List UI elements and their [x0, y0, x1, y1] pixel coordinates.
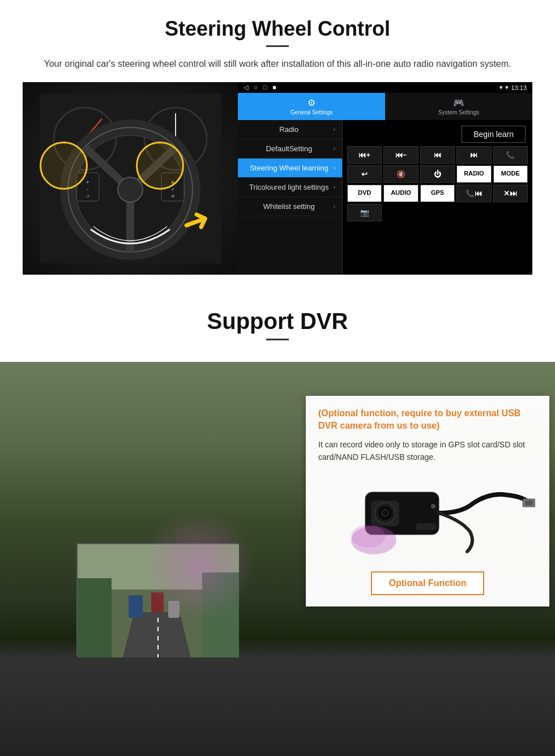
menu-item-radio[interactable]: Radio ›	[238, 120, 342, 139]
steering-content: + - ↺ ≡ ✓ ⊕ ➜	[23, 82, 532, 275]
chevron-right-icon-2: ›	[334, 146, 335, 152]
dvr-info-card: (Optional function, require to buy exter…	[306, 396, 549, 606]
ctrl-next[interactable]: ⏭	[456, 146, 491, 164]
android-menu: Radio › DefaultSetting › Steering Wheel …	[238, 120, 343, 275]
dvr-section: Support DVR	[0, 292, 555, 756]
screenshot-icon[interactable]: ■	[272, 84, 276, 91]
dvr-description: It can record video only to storage in G…	[318, 438, 537, 464]
steering-section: Steering Wheel Control Your original car…	[0, 0, 555, 286]
ctrl-prev[interactable]: ⏮	[420, 146, 455, 164]
ctrl-vol-up[interactable]: ⏮+	[347, 146, 382, 164]
home-icon[interactable]: ○	[254, 84, 258, 91]
ctrl-radio[interactable]: RADIO	[456, 165, 491, 183]
android-statusbar: ◁ ○ □ ■ ▾ ▾ 13:13	[238, 82, 532, 93]
dvr-title: Support DVR	[23, 309, 532, 334]
svg-rect-27	[78, 578, 112, 657]
menu-item-tricoloured[interactable]: Tricoloured light settings ›	[238, 178, 342, 197]
system-icon: 🎮	[453, 97, 464, 108]
svg-text:⊕: ⊕	[171, 194, 175, 199]
control-grid-row4: 📷	[345, 204, 530, 221]
section-description: Your original car's steering wheel contr…	[34, 57, 521, 71]
android-panel: ◁ ○ □ ■ ▾ ▾ 13:13 ⚙ General Settings	[238, 82, 532, 275]
begin-learn-button[interactable]: Begin learn	[462, 126, 526, 143]
ctrl-mute-next[interactable]: ✕⏭	[493, 185, 528, 202]
svg-rect-24	[129, 595, 143, 618]
steering-photo: + - ↺ ≡ ✓ ⊕ ➜	[23, 82, 238, 275]
menu-item-whitelist[interactable]: Whitelist setting ›	[238, 197, 342, 216]
control-grid-row1: ⏮+ ⏮− ⏮ ⏭ 📞	[345, 146, 530, 164]
svg-marker-22	[123, 612, 191, 657]
svg-rect-37	[525, 501, 533, 505]
dvr-camera-image	[318, 472, 537, 563]
control-grid-row2: ↩ 🔇 ⏻ RADIO MODE	[345, 165, 530, 183]
svg-text:↺: ↺	[86, 194, 89, 198]
svg-rect-28	[202, 573, 239, 657]
ctrl-dvd[interactable]: DVD	[347, 185, 382, 202]
chevron-right-icon-3: ›	[334, 165, 335, 171]
android-tabs: ⚙ General Settings 🎮 System Settings	[238, 93, 532, 120]
menu-item-tricoloured-label: Tricoloured light settings	[245, 183, 334, 191]
statusbar-right: ▾ ▾ 13:13	[500, 84, 527, 91]
steering-photo-bg: + - ↺ ≡ ✓ ⊕ ➜	[23, 82, 238, 275]
optional-function-button[interactable]: Optional Function	[371, 571, 485, 595]
statusbar-left: ◁ ○ □ ■	[244, 84, 276, 91]
dvr-inset-preview	[76, 543, 238, 656]
tab-general-settings[interactable]: ⚙ General Settings	[238, 93, 385, 120]
dvr-photo-bg: (Optional function, require to buy exter…	[0, 362, 555, 756]
svg-rect-26	[168, 601, 180, 618]
svg-point-33	[382, 510, 388, 516]
clock: 13:13	[511, 84, 527, 91]
android-body: Radio › DefaultSetting › Steering Wheel …	[238, 120, 532, 275]
ctrl-call-prev[interactable]: 📞⏮	[456, 185, 491, 202]
dvr-preview-svg	[78, 544, 239, 657]
wifi-icon: ▾	[505, 84, 509, 91]
ctrl-mode[interactable]: MODE	[493, 165, 528, 183]
tab-system-label: System Settings	[438, 109, 479, 116]
svg-point-39	[351, 525, 385, 548]
svg-text:✓: ✓	[171, 187, 175, 192]
ctrl-gps[interactable]: GPS	[420, 185, 455, 202]
ctrl-mute[interactable]: 🔇	[383, 165, 418, 183]
tab-general-label: General Settings	[291, 109, 333, 116]
svg-text:-: -	[87, 186, 89, 192]
svg-point-34	[431, 504, 436, 509]
optional-warning-text: (Optional function, require to buy exter…	[318, 407, 537, 433]
chevron-right-icon-5: ›	[334, 203, 335, 210]
ctrl-camera[interactable]: 📷	[347, 204, 382, 221]
ctrl-audio[interactable]: AUDIO	[383, 185, 418, 202]
svg-rect-35	[416, 523, 436, 530]
tab-system-settings[interactable]: 🎮 System Settings	[385, 93, 532, 120]
menu-item-defaultsetting[interactable]: DefaultSetting ›	[238, 139, 342, 159]
highlight-circle-left	[40, 142, 88, 190]
dvr-divider	[266, 339, 289, 340]
back-icon[interactable]: ◁	[244, 84, 248, 91]
begin-learn-row: Begin learn	[345, 122, 530, 146]
menu-item-whitelist-label: Whitelist setting	[245, 202, 334, 211]
chevron-right-icon-4: ›	[334, 184, 335, 190]
recent-icon[interactable]: □	[263, 84, 267, 91]
dvr-camera-svg	[320, 475, 535, 560]
android-right: Begin learn ⏮+ ⏮− ⏮ ⏭ 📞 ↩ 🔇 ⏻	[343, 120, 532, 275]
menu-item-defaultsetting-label: DefaultSetting	[245, 144, 334, 153]
ctrl-hangup[interactable]: ↩	[347, 165, 382, 183]
ctrl-vol-down[interactable]: ⏮−	[383, 146, 418, 164]
ctrl-call[interactable]: 📞	[493, 146, 528, 164]
section-divider	[266, 45, 289, 47]
page-title: Steering Wheel Control	[23, 17, 532, 41]
control-grid-row3: DVD AUDIO GPS 📞⏮ ✕⏭	[345, 185, 530, 202]
svg-rect-25	[151, 592, 164, 612]
menu-item-radio-label: Radio	[245, 125, 334, 134]
signal-icon: ▾	[500, 84, 503, 91]
ctrl-power[interactable]: ⏻	[420, 165, 455, 183]
svg-text:+: +	[86, 180, 89, 185]
svg-point-11	[118, 177, 143, 202]
highlight-circle-right	[136, 142, 184, 190]
menu-item-steering-wheel[interactable]: Steering Wheel learning ›	[238, 159, 342, 178]
chevron-right-icon: ›	[334, 126, 335, 133]
settings-gear-icon: ⚙	[308, 97, 315, 108]
dvr-header: Support DVR	[0, 292, 555, 362]
menu-item-steering-label: Steering Wheel learning	[245, 164, 334, 172]
